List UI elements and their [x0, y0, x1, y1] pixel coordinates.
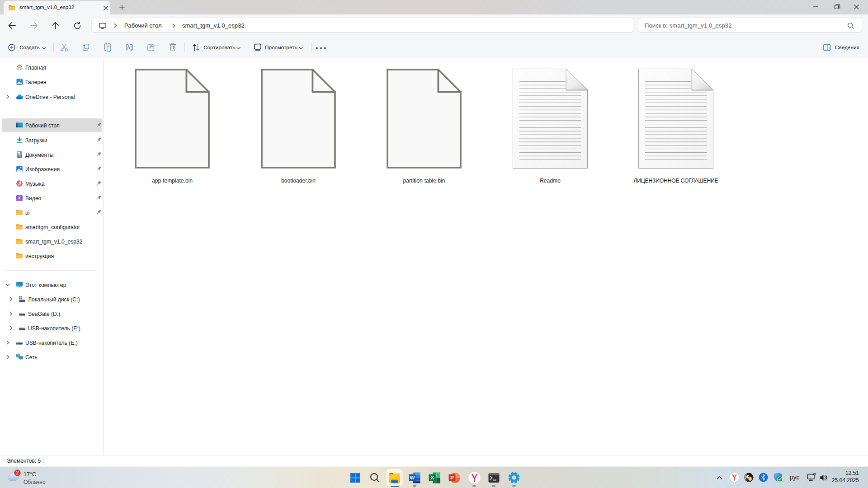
svg-text:X: X: [430, 475, 434, 480]
svg-text:W: W: [410, 475, 415, 480]
svg-text:P: P: [450, 475, 454, 480]
svg-text:2: 2: [16, 470, 19, 475]
